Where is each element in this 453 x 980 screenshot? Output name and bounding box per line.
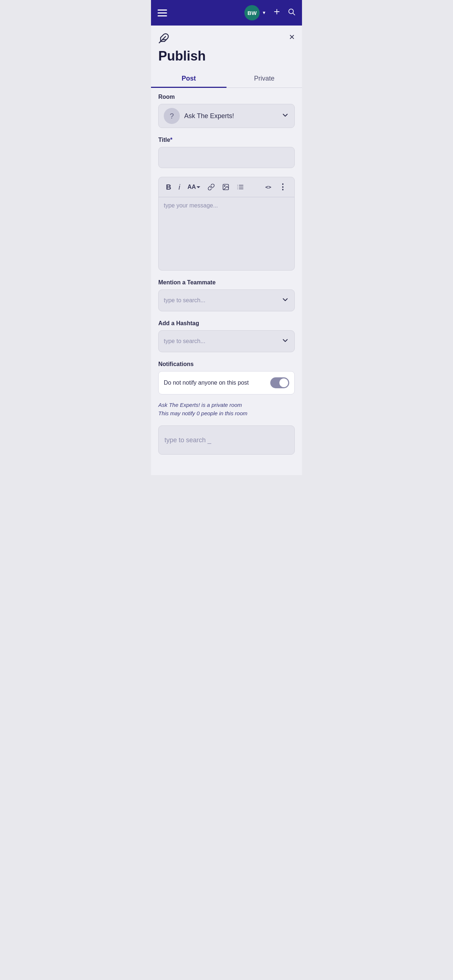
main-content: × Publish Post Private Room ? Ask The Ex…	[151, 25, 302, 475]
bold-button[interactable]: B	[163, 181, 174, 194]
search-area[interactable]: type to search _	[158, 425, 295, 455]
font-size-button[interactable]: AA	[185, 181, 203, 192]
search-bottom-placeholder: type to search _	[164, 436, 211, 444]
hashtag-label: Add a Hashtag	[158, 320, 295, 327]
editor-body[interactable]: type your message...	[159, 197, 294, 270]
editor-container: B i AA	[158, 177, 295, 270]
tab-private[interactable]: Private	[226, 70, 302, 88]
list-button[interactable]	[234, 181, 247, 193]
room-name: Ask The Experts!	[184, 112, 234, 120]
editor-toolbar: B i AA	[159, 177, 294, 197]
notification-toggle[interactable]	[270, 377, 289, 388]
editor-section: B i AA	[151, 171, 302, 274]
close-button[interactable]: ×	[289, 31, 295, 43]
notifications-label: Notifications	[158, 361, 295, 368]
page-title: Publish	[151, 46, 302, 70]
user-avatar-menu[interactable]: BW ▼	[244, 5, 266, 21]
tab-post[interactable]: Post	[151, 70, 226, 88]
room-selector-left: ? Ask The Experts!	[164, 108, 234, 124]
title-input[interactable]	[158, 147, 295, 168]
link-button[interactable]	[205, 181, 218, 193]
title-section: Title*	[151, 131, 302, 171]
notification-info-line2: This may notify 0 people in this room	[158, 409, 295, 418]
page-header: ×	[151, 25, 302, 46]
mention-placeholder: type to search...	[164, 297, 205, 304]
notification-info: Ask The Experts! is a private room This …	[151, 398, 302, 420]
hamburger-menu[interactable]	[158, 10, 167, 16]
hashtag-chevron-icon	[281, 337, 289, 346]
notification-info-line1: Ask The Experts! is a private room	[158, 401, 295, 409]
avatar-caret-icon: ▼	[262, 10, 266, 15]
svg-line-3	[293, 13, 295, 15]
mention-section: Mention a Teammate type to search...	[151, 274, 302, 314]
code-button[interactable]: <>	[262, 182, 274, 192]
room-label: Room	[158, 94, 295, 100]
notifications-section: Notifications Do not notify anyone on th…	[151, 355, 302, 398]
room-chevron-icon	[281, 111, 289, 121]
svg-point-8	[224, 186, 225, 187]
search-icon[interactable]	[287, 8, 295, 18]
add-icon[interactable]	[273, 8, 281, 18]
svg-marker-6	[196, 186, 200, 188]
top-navigation: BW ▼	[151, 0, 302, 25]
mention-label: Mention a Teammate	[158, 279, 295, 286]
room-section: Room ? Ask The Experts!	[151, 88, 302, 131]
room-selector[interactable]: ? Ask The Experts!	[158, 104, 295, 128]
room-icon: ?	[164, 108, 180, 124]
hashtag-dropdown[interactable]: type to search...	[158, 330, 295, 352]
notification-toggle-label: Do not notify anyone on this post	[164, 380, 249, 386]
more-options-button[interactable]: ⋮	[276, 180, 290, 194]
avatar: BW	[244, 5, 260, 21]
title-label: Title*	[158, 137, 295, 143]
italic-button[interactable]: i	[175, 181, 183, 194]
mention-dropdown[interactable]: type to search...	[158, 290, 295, 311]
nav-right-group: BW ▼	[244, 5, 295, 21]
mention-chevron-icon	[281, 296, 289, 305]
feather-icon	[158, 33, 169, 46]
notification-card: Do not notify anyone on this post	[158, 371, 295, 395]
image-button[interactable]	[219, 181, 232, 193]
editor-placeholder: type your message...	[164, 202, 218, 208]
hashtag-placeholder: type to search...	[164, 338, 205, 345]
tabs-container: Post Private	[151, 70, 302, 88]
required-marker: *	[170, 137, 172, 143]
toggle-knob	[279, 379, 288, 387]
hashtag-section: Add a Hashtag type to search...	[151, 314, 302, 355]
